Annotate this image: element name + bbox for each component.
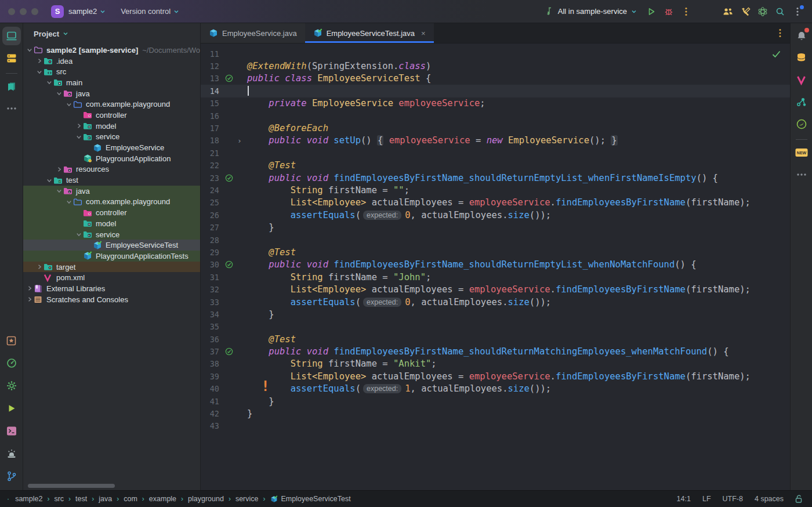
tree-row-target[interactable]: target xyxy=(23,262,200,273)
toolbar-button-settings[interactable] xyxy=(2,376,21,395)
unlocked-icon[interactable] xyxy=(795,495,803,503)
tree-row-playgroundapplication[interactable]: PlaygroundApplication xyxy=(23,153,200,164)
breadcrumb-example[interactable]: example xyxy=(149,495,176,503)
breadcrumb-employeeservicetest[interactable]: EmployeeServiceTest xyxy=(270,495,351,503)
gutter[interactable]: 16 xyxy=(201,110,247,122)
code-line-42[interactable]: 42} xyxy=(201,407,790,419)
toolbar-button-project[interactable] xyxy=(2,27,21,45)
gutter[interactable]: 15 xyxy=(201,97,247,110)
twisty-open[interactable] xyxy=(75,133,83,141)
gutter[interactable]: 34 xyxy=(201,308,247,320)
breadcrumb-src[interactable]: src xyxy=(54,495,64,503)
twisty-open[interactable] xyxy=(75,230,83,238)
file-encoding[interactable]: UTF-8 xyxy=(723,495,743,503)
toolbar-button-terminal[interactable] xyxy=(2,422,21,440)
code-line-15[interactable]: 15 private EmployeeService employeeServi… xyxy=(201,97,790,110)
version-control-widget[interactable]: Version control xyxy=(121,7,179,16)
gutter[interactable]: 35 xyxy=(201,321,247,333)
twisty-open[interactable] xyxy=(45,176,53,184)
tab-employeeservice-java[interactable]: EmployeeService.java xyxy=(201,23,305,43)
tree-row-employeeservicetest[interactable]: EmployeeServiceTest xyxy=(23,240,200,251)
tree-row-test[interactable]: test xyxy=(23,175,200,186)
toolbar-button-bookmarks[interactable] xyxy=(2,77,21,96)
tree-row-scratches-and-consoles[interactable]: Scratches and Consoles xyxy=(23,294,200,305)
code-line-18[interactable]: 18› public void setUp() { employeeServic… xyxy=(201,135,790,147)
code-line-28[interactable]: 28 xyxy=(201,234,790,246)
gutter[interactable]: 43 xyxy=(201,420,247,432)
tree-row-java[interactable]: java xyxy=(23,88,200,99)
tree-row-playgroundapplicationtests[interactable]: PlaygroundApplicationTests xyxy=(23,251,200,262)
tree-row-resources[interactable]: resources xyxy=(23,164,200,175)
code-line-43[interactable]: 43 xyxy=(201,420,790,432)
gutter[interactable]: 11 xyxy=(201,48,247,60)
toolbar-button-whats-new[interactable]: NEW xyxy=(792,143,811,162)
code-line-30[interactable]: 30 public void findEmployeesByFirstName_… xyxy=(201,259,790,271)
gutter[interactable]: 24 xyxy=(201,184,247,196)
horizontal-scrollbar[interactable] xyxy=(28,484,115,488)
code-editor[interactable]: 1112@ExtendWith(SpringExtension.class)13… xyxy=(201,44,790,490)
breadcrumb-sample2[interactable]: sample2 xyxy=(15,495,42,503)
tree-row-service[interactable]: service xyxy=(23,132,200,143)
twisty-open[interactable] xyxy=(35,68,44,76)
twisty-open[interactable] xyxy=(55,187,63,195)
code-line-38[interactable]: 38 String firstName = "Ankit"; xyxy=(201,358,790,370)
twisty-closed[interactable] xyxy=(35,57,44,65)
code-with-me-users-icon[interactable] xyxy=(719,3,737,20)
gutter[interactable]: 40 xyxy=(201,383,247,395)
tab-employeeservicetest-java[interactable]: EmployeeServiceTest.java× xyxy=(305,23,434,43)
close-window-button[interactable] xyxy=(8,8,15,15)
test-passed-gutter-icon[interactable] xyxy=(223,174,235,182)
code-line-32[interactable]: 32 List<Employee> actualEmployees = empl… xyxy=(201,283,790,295)
tree-row-model[interactable]: model xyxy=(23,121,200,132)
tree-row-controller[interactable]: controller xyxy=(23,207,200,218)
gutter[interactable]: 21 xyxy=(201,147,247,159)
gutter[interactable]: 22 xyxy=(201,160,247,172)
debug-button[interactable] xyxy=(660,3,677,20)
gutter[interactable]: 32 xyxy=(201,283,247,295)
toolbar-button-dependencies[interactable] xyxy=(792,93,811,111)
code-line-21[interactable]: 21 xyxy=(201,147,790,159)
code-line-14[interactable]: 14 xyxy=(201,85,790,97)
tree-row-com-example-playground[interactable]: com.example.playground xyxy=(23,99,200,110)
toolbar-button-bookmark-star[interactable] xyxy=(2,331,21,350)
breadcrumb-java[interactable]: java xyxy=(99,495,112,503)
code-line-35[interactable]: 35 xyxy=(201,321,790,333)
gutter[interactable]: 39 xyxy=(201,370,247,382)
code-line-11[interactable]: 11 xyxy=(201,48,790,60)
twisty-closed[interactable] xyxy=(26,284,34,292)
gutter[interactable]: 27 xyxy=(201,221,247,233)
toolbar-button-git[interactable] xyxy=(2,467,21,486)
gutter[interactable]: 26 xyxy=(201,209,247,221)
run-configuration-widget[interactable]: All in sample-service xyxy=(546,7,637,16)
gutter[interactable]: 18› xyxy=(201,135,247,147)
twisty-closed[interactable] xyxy=(26,295,34,303)
indent-setting[interactable]: 4 spaces xyxy=(755,495,784,503)
code-line-31[interactable]: 31 String firstName = "John"; xyxy=(201,271,790,283)
tree-row-com-example-playground[interactable]: com.example.playground xyxy=(23,197,200,208)
toolbar-button-spring[interactable] xyxy=(792,115,811,133)
breadcrumb-com[interactable]: com xyxy=(124,495,137,503)
code-line-33[interactable]: 33 assertEquals(expected:0, actualEmploy… xyxy=(201,296,790,308)
atom-ai-icon[interactable] xyxy=(754,3,771,20)
code-line-27[interactable]: 27 } xyxy=(201,221,790,233)
code-line-26[interactable]: 26 assertEquals(expected:0, actualEmploy… xyxy=(201,209,790,221)
more-run-options-kebab-icon[interactable] xyxy=(677,3,695,20)
gutter[interactable]: 37 xyxy=(201,345,247,357)
tree-row-employeeservice[interactable]: EmployeeService xyxy=(23,142,200,153)
toolbar-button-notifications[interactable] xyxy=(792,27,811,45)
toolbar-button-maven[interactable] xyxy=(792,71,811,89)
tab-options-kebab-icon[interactable] xyxy=(770,23,790,43)
twisty-open[interactable] xyxy=(65,198,73,206)
gutter[interactable]: 25 xyxy=(201,197,247,209)
breadcrumb-playground[interactable]: playground xyxy=(188,495,224,503)
tree-row-controller[interactable]: controller xyxy=(23,110,200,121)
minimize-window-button[interactable] xyxy=(20,8,27,15)
code-line-16[interactable]: 16 xyxy=(201,110,790,122)
twisty-closed[interactable] xyxy=(35,263,44,271)
code-line-41[interactable]: 41 } xyxy=(201,395,790,407)
twisty-closed[interactable] xyxy=(75,122,83,130)
gutter[interactable]: 28 xyxy=(201,234,247,246)
gutter[interactable]: 33 xyxy=(201,296,247,308)
breadcrumb-service[interactable]: service xyxy=(235,495,259,503)
toolbar-button-problems[interactable] xyxy=(2,444,21,463)
